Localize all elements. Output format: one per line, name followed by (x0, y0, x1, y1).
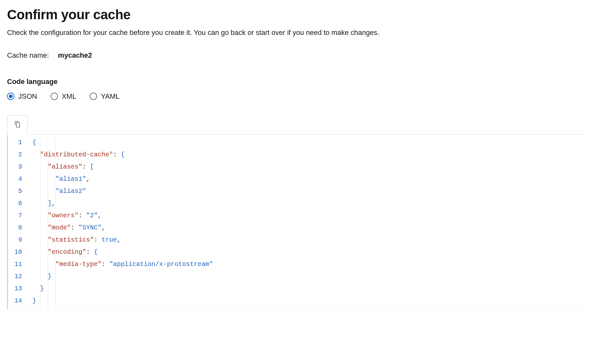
code-gutter: 1 2 3 4 5 6 7 8 9 10 11 12 13 14 (8, 136, 30, 307)
radio-json[interactable]: JSON (7, 92, 37, 101)
page-description: Check the configuration for your cache b… (7, 28, 585, 38)
radio-indicator (51, 93, 58, 100)
code-language-radio-group: JSONXMLYAML (7, 92, 585, 101)
cache-name-label: Cache name: (7, 51, 49, 60)
code-content: { "distributed-cache": { "aliases": [ "a… (32, 136, 213, 307)
radio-label: XML (62, 92, 76, 101)
radio-yaml[interactable]: YAML (90, 92, 119, 101)
radio-label: JSON (18, 92, 37, 101)
radio-xml[interactable]: XML (51, 92, 76, 101)
copy-icon (14, 121, 21, 129)
page-title: Confirm your cache (7, 7, 585, 22)
copy-button[interactable] (7, 115, 28, 135)
code-toolbar (7, 115, 585, 135)
code-viewer[interactable]: 1 2 3 4 5 6 7 8 9 10 11 12 13 14 { "dist… (7, 135, 585, 309)
cache-name-value: mycache2 (58, 51, 92, 60)
radio-label: YAML (101, 92, 119, 101)
radio-indicator (90, 93, 97, 100)
code-language-label: Code language (7, 78, 585, 86)
cache-name-row: Cache name: mycache2 (7, 51, 585, 60)
radio-indicator (7, 93, 14, 100)
